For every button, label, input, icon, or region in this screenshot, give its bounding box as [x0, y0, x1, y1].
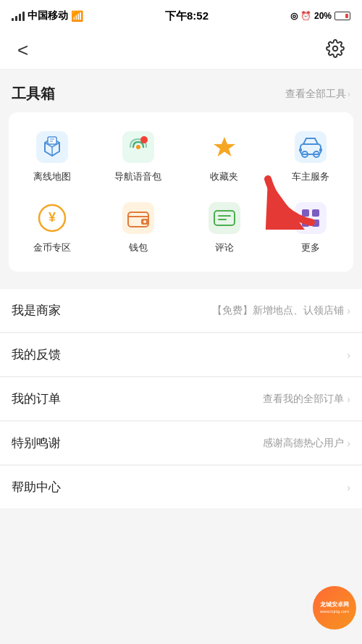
nav-audio-label: 导航语音包: [114, 170, 161, 183]
menu-item-thanks[interactable]: 特别鸣谢 感谢高德热心用户 ›: [0, 422, 362, 465]
svg-rect-11: [319, 149, 322, 151]
comments-icon: [207, 201, 242, 235]
menu-item-merchant[interactable]: 我是商家 【免费】新增地点、认领店铺 ›: [0, 289, 362, 333]
battery-label: 20%: [314, 11, 332, 21]
offline-map-icon: [35, 130, 70, 164]
svg-text:¥: ¥: [48, 210, 55, 225]
thanks-label: 特别鸣谢: [12, 435, 61, 451]
help-chevron-icon: ›: [347, 482, 350, 493]
main-content: 工具箱 查看全部工具 › 离线地图: [0, 70, 362, 509]
carrier-label: 中国移动: [28, 9, 68, 22]
tool-nav-audio[interactable]: 导航语音包: [95, 121, 181, 192]
watermark-line2: www.lcjrtg.com: [320, 609, 349, 614]
nav-audio-icon: [121, 130, 156, 164]
svg-rect-14: [122, 202, 154, 234]
svg-rect-21: [302, 209, 309, 217]
favorites-icon: [207, 130, 242, 164]
svg-rect-2: [48, 137, 56, 144]
watermark-circle: 龙城安卓网 www.lcjrtg.com: [313, 586, 356, 630]
feedback-chevron-icon: ›: [347, 349, 350, 361]
orders-chevron-icon: ›: [347, 393, 350, 405]
thanks-chevron-icon: ›: [347, 438, 350, 449]
tool-car-services[interactable]: 车主服务: [267, 121, 353, 192]
car-services-icon: [293, 130, 328, 164]
status-carrier-area: 中国移动 📶: [12, 9, 83, 22]
back-button[interactable]: <: [12, 33, 34, 67]
location-icon: ◎: [290, 11, 298, 21]
menu-list: 我是商家 【免费】新增地点、认领店铺 › 我的反馈 › 我的订单 查看我的全部订…: [0, 289, 362, 509]
gear-icon: [326, 39, 345, 58]
menu-item-feedback[interactable]: 我的反馈 ›: [0, 333, 362, 377]
svg-rect-10: [299, 149, 302, 151]
favorites-label: 收藏夹: [210, 170, 238, 183]
toolbox-title: 工具箱: [12, 84, 55, 104]
tool-favorites[interactable]: 收藏夹: [181, 121, 267, 192]
tool-gold-zone[interactable]: ¥ 金币专区: [9, 192, 95, 263]
more-icon: [293, 201, 328, 235]
watermark-line1: 龙城安卓网: [320, 601, 349, 609]
comments-label: 评论: [215, 241, 234, 254]
nav-bar: <: [0, 32, 362, 70]
battery-icon: [334, 12, 350, 20]
tools-grid: 离线地图 导航语音包: [9, 121, 353, 263]
status-right-area: ◎ ⏰ 20%: [290, 11, 350, 21]
tool-comments[interactable]: 评论: [181, 192, 267, 263]
tool-more[interactable]: 更多: [267, 192, 353, 263]
svg-point-5: [140, 136, 148, 143]
feedback-right: ›: [347, 349, 350, 361]
settings-button[interactable]: [320, 33, 350, 68]
thanks-sub: 感谢高德热心用户: [263, 437, 344, 450]
merchant-right: 【免费】新增地点、认领店铺 ›: [212, 304, 350, 317]
more-label: 更多: [301, 241, 320, 254]
wallet-label: 钱包: [129, 241, 148, 254]
menu-item-help[interactable]: 帮助中心 ›: [0, 466, 362, 509]
toolbox-header: 工具箱 查看全部工具 ›: [0, 70, 362, 112]
merchant-label: 我是商家: [12, 302, 61, 319]
car-services-label: 车主服务: [292, 170, 329, 183]
orders-right: 查看我的全部订单 ›: [263, 393, 350, 406]
wifi-icon: 📶: [71, 10, 83, 22]
view-all-label: 查看全部工具: [285, 88, 346, 101]
svg-point-0: [333, 46, 338, 51]
status-time: 下午8:52: [165, 9, 209, 23]
svg-rect-22: [312, 209, 319, 217]
svg-rect-6: [295, 131, 327, 163]
svg-rect-18: [209, 202, 240, 234]
divider-1: [0, 280, 362, 286]
gold-zone-label: 金币专区: [33, 241, 71, 254]
svg-rect-24: [312, 219, 319, 227]
tool-offline-map[interactable]: 离线地图: [9, 121, 95, 192]
feedback-label: 我的反馈: [12, 346, 61, 363]
status-bar: 中国移动 📶 下午8:52 ◎ ⏰ 20%: [0, 0, 362, 32]
menu-item-orders[interactable]: 我的订单 查看我的全部订单 ›: [0, 377, 362, 421]
tool-wallet[interactable]: 钱包: [95, 192, 181, 263]
orders-label: 我的订单: [12, 390, 61, 407]
signal-icon: [12, 11, 25, 21]
wallet-icon: [121, 201, 156, 235]
thanks-right: 感谢高德热心用户 ›: [263, 437, 350, 450]
watermark: 龙城安卓网 www.lcjrtg.com: [298, 586, 356, 630]
svg-point-17: [143, 220, 146, 223]
svg-point-4: [136, 145, 140, 149]
merchant-sub: 【免费】新增地点、认领店铺: [212, 304, 344, 317]
svg-rect-20: [295, 202, 327, 234]
orders-sub: 查看我的全部订单: [263, 393, 344, 406]
gold-zone-icon: ¥: [35, 201, 70, 235]
alarm-icon: ⏰: [300, 11, 311, 21]
svg-rect-23: [302, 219, 309, 227]
merchant-chevron-icon: ›: [347, 305, 350, 317]
tools-card: 离线地图 导航语音包: [9, 112, 353, 272]
view-all-tools-link[interactable]: 查看全部工具 ›: [285, 88, 350, 101]
view-all-chevron-icon: ›: [348, 89, 350, 99]
help-label: 帮助中心: [12, 479, 61, 495]
offline-map-label: 离线地图: [33, 170, 71, 183]
help-right: ›: [347, 482, 350, 493]
